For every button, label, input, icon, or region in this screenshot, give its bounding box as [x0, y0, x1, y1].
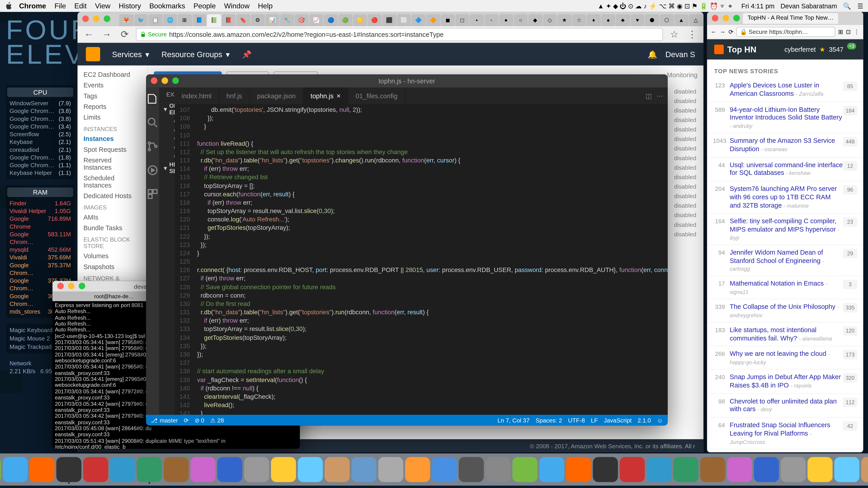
story-title[interactable]: System76 launching ARM Pro server with 9… [730, 185, 837, 208]
aws-sidebar-item[interactable]: Spot Requests [78, 144, 147, 155]
sync-icon[interactable]: ⟳ [184, 417, 188, 423]
code-lines[interactable]: db.emit('topstories', JSON.stringify(top… [195, 104, 668, 415]
chrome-tab[interactable]: ♥ [630, 14, 645, 26]
minimize-icon[interactable] [93, 15, 99, 22]
menubar-user[interactable]: Devan Sabaratnam [780, 2, 837, 10]
more-icon[interactable]: ⋯ [656, 92, 663, 100]
open-editors-head[interactable]: ▾OPEN EDITORS [159, 101, 175, 117]
reload-button[interactable]: ⟳ [728, 29, 733, 35]
dock-app-icon[interactable] [459, 457, 484, 482]
file-tree-item[interactable]: ▸ parsejson [159, 219, 175, 228]
errors-count[interactable]: ⊘ 0 [195, 417, 204, 423]
story-title[interactable]: Jennifer Widom Named Dean of Stanford Sc… [730, 249, 823, 264]
back-button[interactable]: ← [82, 28, 95, 41]
menu-bookmarks[interactable]: Bookmarks [149, 2, 185, 10]
aws-sidebar-item[interactable]: Events [78, 80, 147, 90]
hn-story-item[interactable]: 98Chevrolet to offer unlimited data plan… [707, 394, 863, 418]
aws-sidebar-item[interactable]: Scheduled Instances [78, 173, 147, 191]
chrome-tab[interactable]: 📈 [309, 14, 323, 26]
debug-icon[interactable] [146, 164, 159, 177]
chrome-tab[interactable]: ○ [514, 14, 528, 26]
file-tree-item[interactable]: ▸ proxy-addr [159, 263, 175, 271]
chrome-tab[interactable]: ▪ [470, 14, 484, 26]
split-editor-icon[interactable]: ◫ [646, 92, 651, 100]
menubar-status-icons[interactable]: ▲ ✦ ◆ ⏻ ⊙ ☁ ♪ ⚡ ⌥ ⌘ ◉ ⊡ ⚑ 🔋 ⏰ ᯤ ◉ [597, 2, 732, 10]
story-comments[interactable]: 29 [843, 249, 857, 258]
story-comments[interactable]: 448 [843, 137, 857, 147]
indent-info[interactable]: Spaces: 2 [535, 417, 562, 423]
file-tree-item[interactable]: ▸ ultron [159, 385, 175, 394]
dock-app-icon[interactable] [298, 457, 323, 482]
chrome-tab[interactable]: 🦊 [119, 14, 133, 26]
vscode-traffic-lights[interactable] [151, 77, 179, 84]
story-title[interactable]: Why we are not leaving the cloud [730, 350, 826, 357]
cursor-position[interactable]: Ln 7, Col 37 [498, 417, 530, 423]
chrome-tab[interactable]: ▲ [674, 14, 688, 26]
chrome-tab[interactable]: ☆ [572, 14, 586, 26]
menu-history[interactable]: History [119, 2, 141, 10]
dock-app-icon[interactable] [244, 457, 269, 482]
file-tree-item[interactable]: ▸ serve-static [159, 306, 175, 315]
minimize-icon[interactable] [68, 283, 74, 289]
close-icon[interactable] [151, 77, 157, 84]
chrome-tab[interactable]: 🔧 [280, 14, 294, 26]
aws-sidebar-item[interactable]: Reports [78, 101, 147, 112]
hn-story-item[interactable]: 94Jennifer Widom Named Dean of Stanford … [707, 245, 863, 276]
dock-app-icon[interactable] [164, 457, 189, 482]
version[interactable]: 2.1.0 [638, 417, 651, 423]
dock-app-icon[interactable] [110, 457, 135, 482]
chrome-tab[interactable]: 🐦 [134, 14, 148, 26]
dock-app-icon[interactable] [727, 457, 752, 482]
reload-button[interactable]: ⟳ [118, 28, 131, 41]
project-head[interactable]: ▾HN-SERVER [159, 160, 175, 175]
forward-button[interactable]: → [719, 29, 725, 35]
hn-story-item[interactable]: 266Why we are not leaving the cloud - ha… [707, 347, 863, 369]
aws-sidebar-item[interactable]: Bundle Tasks [78, 223, 147, 233]
file-tree-item[interactable]: ▸ parseqs [159, 228, 175, 237]
dock-app-icon[interactable] [781, 457, 806, 482]
dock-app-icon[interactable] [566, 457, 591, 482]
tophn-url[interactable]: 🔒 Secure https://tophn… [736, 27, 835, 37]
tophn-user[interactable]: cyberferret [784, 46, 816, 53]
story-comments[interactable]: 96 [843, 185, 857, 195]
chrome-tab[interactable]: ⚙ [251, 14, 265, 26]
file-tree-item[interactable]: ▸ socket.io [159, 324, 175, 332]
spotlight-icon[interactable]: 🔍 [843, 2, 851, 10]
chrome-tab[interactable]: 🔷 [411, 14, 426, 26]
apple-logo-icon[interactable] [5, 2, 13, 10]
zoom-icon[interactable] [79, 283, 85, 289]
open-editor-item[interactable]: ● hnf.js public [159, 125, 175, 134]
aws-sidebar-item[interactable]: Dedicated Hosts [78, 191, 147, 201]
story-comments[interactable]: 3 [843, 280, 857, 289]
chrome-tab[interactable]: 📕 [221, 14, 236, 26]
hn-story-item[interactable]: 172Containers Come to Firefox Test Pilot… [707, 449, 863, 452]
chrome-tab[interactable]: 🔖 [236, 14, 250, 26]
hn-story-item[interactable]: 44Usql: universal command-line interface… [707, 158, 863, 182]
dock-app-icon[interactable] [0, 457, 1, 482]
file-tree-item[interactable]: ▸ range-parser [159, 280, 175, 289]
chrome-tab[interactable]: ♣ [616, 14, 630, 26]
dock-app-icon[interactable] [754, 457, 779, 482]
dock-app-icon[interactable] [807, 457, 833, 482]
chrome-tab[interactable]: 🔶 [426, 14, 440, 26]
aws-pin-icon[interactable]: 📌 [242, 50, 251, 59]
aws-resource-groups-menu[interactable]: Resource Groups ▾ [161, 50, 230, 59]
story-comments[interactable]: 85 [843, 82, 857, 91]
chrome-tab[interactable]: 📊 [266, 14, 279, 26]
dock-app-icon[interactable] [486, 457, 510, 482]
menubar-clock[interactable]: Fri 4:11 pm [741, 2, 775, 10]
chrome-tab[interactable]: 🌐 [163, 14, 177, 26]
chrome-tab[interactable]: ⬢ [645, 14, 659, 26]
story-comments[interactable]: 120 [843, 326, 857, 335]
dock-app-icon[interactable] [673, 457, 699, 482]
chrome-tab[interactable]: ◼ [440, 14, 455, 26]
dock-app-icon[interactable] [861, 457, 868, 482]
chrome-tab[interactable]: ⬜ [397, 14, 411, 26]
menu-icon[interactable]: ⋮ [686, 28, 699, 41]
open-editor-item[interactable]: ● package.json [159, 134, 175, 143]
file-tree-item[interactable]: ▸ qs [159, 271, 175, 281]
git-icon[interactable] [146, 140, 159, 153]
terminal-traffic-lights[interactable] [57, 283, 85, 289]
tophn-story-list[interactable]: 123Apple's Devices Lose Luster in Americ… [707, 78, 863, 452]
hn-story-item[interactable]: 17Mathematical Notation in Emacs - signa… [707, 276, 863, 299]
